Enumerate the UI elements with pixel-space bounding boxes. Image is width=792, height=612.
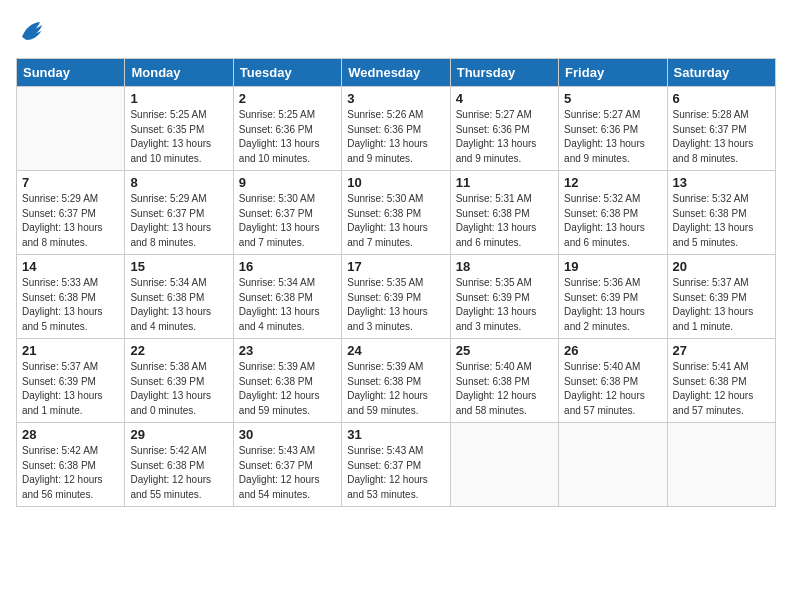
day-number: 25 [456, 343, 553, 358]
calendar-week-row: 14Sunrise: 5:33 AMSunset: 6:38 PMDayligh… [17, 255, 776, 339]
column-header-wednesday: Wednesday [342, 59, 450, 87]
calendar-cell: 1Sunrise: 5:25 AMSunset: 6:35 PMDaylight… [125, 87, 233, 171]
calendar-table: SundayMondayTuesdayWednesdayThursdayFrid… [16, 58, 776, 507]
calendar-cell [17, 87, 125, 171]
day-info: Sunrise: 5:27 AMSunset: 6:36 PMDaylight:… [564, 108, 661, 166]
day-number: 2 [239, 91, 336, 106]
day-info: Sunrise: 5:37 AMSunset: 6:39 PMDaylight:… [22, 360, 119, 418]
day-info: Sunrise: 5:39 AMSunset: 6:38 PMDaylight:… [347, 360, 444, 418]
day-info: Sunrise: 5:32 AMSunset: 6:38 PMDaylight:… [564, 192, 661, 250]
calendar-cell: 11Sunrise: 5:31 AMSunset: 6:38 PMDayligh… [450, 171, 558, 255]
day-info: Sunrise: 5:34 AMSunset: 6:38 PMDaylight:… [239, 276, 336, 334]
calendar-cell: 8Sunrise: 5:29 AMSunset: 6:37 PMDaylight… [125, 171, 233, 255]
day-number: 26 [564, 343, 661, 358]
day-number: 5 [564, 91, 661, 106]
day-number: 9 [239, 175, 336, 190]
day-info: Sunrise: 5:32 AMSunset: 6:38 PMDaylight:… [673, 192, 770, 250]
calendar-cell: 9Sunrise: 5:30 AMSunset: 6:37 PMDaylight… [233, 171, 341, 255]
day-info: Sunrise: 5:27 AMSunset: 6:36 PMDaylight:… [456, 108, 553, 166]
logo [16, 16, 50, 46]
calendar-cell: 3Sunrise: 5:26 AMSunset: 6:36 PMDaylight… [342, 87, 450, 171]
day-info: Sunrise: 5:31 AMSunset: 6:38 PMDaylight:… [456, 192, 553, 250]
day-info: Sunrise: 5:34 AMSunset: 6:38 PMDaylight:… [130, 276, 227, 334]
calendar-week-row: 28Sunrise: 5:42 AMSunset: 6:38 PMDayligh… [17, 423, 776, 507]
day-info: Sunrise: 5:42 AMSunset: 6:38 PMDaylight:… [22, 444, 119, 502]
day-info: Sunrise: 5:25 AMSunset: 6:36 PMDaylight:… [239, 108, 336, 166]
day-info: Sunrise: 5:30 AMSunset: 6:37 PMDaylight:… [239, 192, 336, 250]
day-info: Sunrise: 5:29 AMSunset: 6:37 PMDaylight:… [22, 192, 119, 250]
day-number: 21 [22, 343, 119, 358]
day-info: Sunrise: 5:29 AMSunset: 6:37 PMDaylight:… [130, 192, 227, 250]
day-info: Sunrise: 5:28 AMSunset: 6:37 PMDaylight:… [673, 108, 770, 166]
day-number: 31 [347, 427, 444, 442]
day-number: 22 [130, 343, 227, 358]
calendar-cell: 21Sunrise: 5:37 AMSunset: 6:39 PMDayligh… [17, 339, 125, 423]
day-number: 24 [347, 343, 444, 358]
day-number: 12 [564, 175, 661, 190]
day-number: 6 [673, 91, 770, 106]
calendar-cell: 19Sunrise: 5:36 AMSunset: 6:39 PMDayligh… [559, 255, 667, 339]
day-info: Sunrise: 5:35 AMSunset: 6:39 PMDaylight:… [456, 276, 553, 334]
day-number: 13 [673, 175, 770, 190]
calendar-week-row: 1Sunrise: 5:25 AMSunset: 6:35 PMDaylight… [17, 87, 776, 171]
calendar-cell: 10Sunrise: 5:30 AMSunset: 6:38 PMDayligh… [342, 171, 450, 255]
calendar-cell: 16Sunrise: 5:34 AMSunset: 6:38 PMDayligh… [233, 255, 341, 339]
calendar-cell: 18Sunrise: 5:35 AMSunset: 6:39 PMDayligh… [450, 255, 558, 339]
day-info: Sunrise: 5:43 AMSunset: 6:37 PMDaylight:… [347, 444, 444, 502]
calendar-cell: 29Sunrise: 5:42 AMSunset: 6:38 PMDayligh… [125, 423, 233, 507]
day-info: Sunrise: 5:35 AMSunset: 6:39 PMDaylight:… [347, 276, 444, 334]
calendar-cell: 28Sunrise: 5:42 AMSunset: 6:38 PMDayligh… [17, 423, 125, 507]
day-number: 16 [239, 259, 336, 274]
logo-bird-icon [16, 16, 46, 46]
day-info: Sunrise: 5:43 AMSunset: 6:37 PMDaylight:… [239, 444, 336, 502]
day-number: 10 [347, 175, 444, 190]
column-header-sunday: Sunday [17, 59, 125, 87]
calendar-cell: 26Sunrise: 5:40 AMSunset: 6:38 PMDayligh… [559, 339, 667, 423]
day-number: 14 [22, 259, 119, 274]
calendar-cell [667, 423, 775, 507]
calendar-cell: 24Sunrise: 5:39 AMSunset: 6:38 PMDayligh… [342, 339, 450, 423]
day-info: Sunrise: 5:42 AMSunset: 6:38 PMDaylight:… [130, 444, 227, 502]
calendar-cell: 6Sunrise: 5:28 AMSunset: 6:37 PMDaylight… [667, 87, 775, 171]
day-number: 3 [347, 91, 444, 106]
day-number: 4 [456, 91, 553, 106]
calendar-cell [450, 423, 558, 507]
day-number: 29 [130, 427, 227, 442]
calendar-cell: 23Sunrise: 5:39 AMSunset: 6:38 PMDayligh… [233, 339, 341, 423]
calendar-cell [559, 423, 667, 507]
day-info: Sunrise: 5:37 AMSunset: 6:39 PMDaylight:… [673, 276, 770, 334]
calendar-cell: 12Sunrise: 5:32 AMSunset: 6:38 PMDayligh… [559, 171, 667, 255]
calendar-cell: 7Sunrise: 5:29 AMSunset: 6:37 PMDaylight… [17, 171, 125, 255]
column-header-thursday: Thursday [450, 59, 558, 87]
day-number: 18 [456, 259, 553, 274]
day-info: Sunrise: 5:39 AMSunset: 6:38 PMDaylight:… [239, 360, 336, 418]
column-header-monday: Monday [125, 59, 233, 87]
day-info: Sunrise: 5:41 AMSunset: 6:38 PMDaylight:… [673, 360, 770, 418]
day-info: Sunrise: 5:33 AMSunset: 6:38 PMDaylight:… [22, 276, 119, 334]
calendar-cell: 4Sunrise: 5:27 AMSunset: 6:36 PMDaylight… [450, 87, 558, 171]
day-info: Sunrise: 5:30 AMSunset: 6:38 PMDaylight:… [347, 192, 444, 250]
calendar-cell: 20Sunrise: 5:37 AMSunset: 6:39 PMDayligh… [667, 255, 775, 339]
calendar-header-row: SundayMondayTuesdayWednesdayThursdayFrid… [17, 59, 776, 87]
day-number: 17 [347, 259, 444, 274]
day-number: 30 [239, 427, 336, 442]
day-info: Sunrise: 5:25 AMSunset: 6:35 PMDaylight:… [130, 108, 227, 166]
day-number: 7 [22, 175, 119, 190]
calendar-week-row: 7Sunrise: 5:29 AMSunset: 6:37 PMDaylight… [17, 171, 776, 255]
day-info: Sunrise: 5:26 AMSunset: 6:36 PMDaylight:… [347, 108, 444, 166]
calendar-cell: 5Sunrise: 5:27 AMSunset: 6:36 PMDaylight… [559, 87, 667, 171]
day-number: 27 [673, 343, 770, 358]
day-info: Sunrise: 5:40 AMSunset: 6:38 PMDaylight:… [564, 360, 661, 418]
day-number: 23 [239, 343, 336, 358]
day-number: 15 [130, 259, 227, 274]
page-header [16, 16, 776, 46]
calendar-cell: 27Sunrise: 5:41 AMSunset: 6:38 PMDayligh… [667, 339, 775, 423]
day-number: 28 [22, 427, 119, 442]
calendar-cell: 30Sunrise: 5:43 AMSunset: 6:37 PMDayligh… [233, 423, 341, 507]
day-number: 19 [564, 259, 661, 274]
column-header-tuesday: Tuesday [233, 59, 341, 87]
calendar-cell: 2Sunrise: 5:25 AMSunset: 6:36 PMDaylight… [233, 87, 341, 171]
calendar-cell: 13Sunrise: 5:32 AMSunset: 6:38 PMDayligh… [667, 171, 775, 255]
column-header-saturday: Saturday [667, 59, 775, 87]
calendar-cell: 15Sunrise: 5:34 AMSunset: 6:38 PMDayligh… [125, 255, 233, 339]
